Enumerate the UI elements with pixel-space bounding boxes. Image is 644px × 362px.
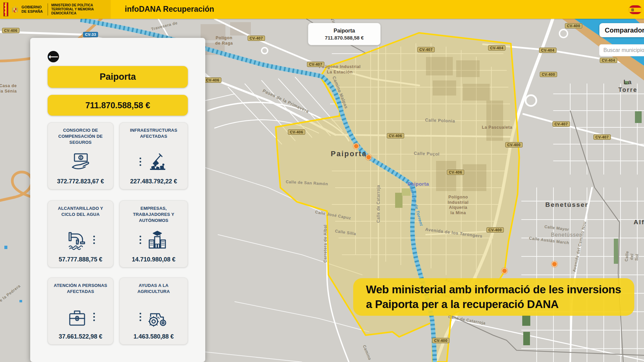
- card-value: 57.777.888,75 €: [59, 256, 102, 263]
- back-button[interactable]: ⟵: [48, 51, 59, 62]
- kebab-menu-icon[interactable]: [140, 313, 141, 321]
- total-amount: 711.870.588,58 €: [85, 101, 150, 110]
- kebab-menu-icon[interactable]: [93, 313, 95, 321]
- comparator-label: Comparador de: [605, 26, 644, 34]
- card-title: CONSORCIO DE COMPENSACIÓN DE SEGUROS: [51, 127, 110, 146]
- card-infraestructuras: INFRAESTRUCTURAS AFECTADAS 227.483.792,2: [119, 122, 188, 189]
- caption-line2: a Paiporta per a la recuperació DANA: [366, 297, 634, 312]
- card-value: 227.483.792,22 €: [130, 178, 177, 185]
- card-title: ATENCIÓN A PERSONAS AFECTADAS: [51, 283, 110, 301]
- card-ayudas-agricultura: AYUDAS A LA AGRICULTURA 1.463.580,88 €: [119, 278, 188, 345]
- kebab-menu-icon[interactable]: [140, 158, 141, 166]
- app-root: Polígon de RagaCasa de la Séniae la Pedr…: [0, 0, 644, 362]
- map-tooltip: Paiporta 711.870.588,58 €: [308, 23, 381, 45]
- card-title: EMPRESAS, TRABAJADORES Y AUTÓNOMOS: [122, 205, 185, 224]
- spain-flag-icon: [3, 2, 8, 16]
- map-marker[interactable]: [502, 268, 507, 274]
- card-value: 372.772.823,67 €: [57, 178, 104, 185]
- tooltip-title: Paiporta: [333, 28, 355, 34]
- map-marker[interactable]: [552, 261, 557, 267]
- tractor-icon: [147, 307, 168, 327]
- card-atencion-personas: ATENCIÓN A PERSONAS AFECTADAS 37.661.522…: [48, 278, 113, 345]
- sewer-pipe-icon: [66, 230, 88, 250]
- card-value: 1.463.580,88 €: [133, 333, 174, 340]
- card-title: AYUDAS A LA AGRICULTURA: [122, 283, 185, 301]
- municipality-search: [599, 44, 644, 56]
- language-flag-icon[interactable]: [629, 5, 642, 14]
- caption-banner: Web ministerial amb informació de les in…: [353, 278, 634, 316]
- municipality-name-button[interactable]: Paiporta: [48, 66, 188, 88]
- government-logo-block: GOBIERNO DE ESPAÑA MINISTERIO DE POLÍTIC…: [0, 0, 111, 19]
- municipality-panel: ⟵ Paiporta 711.870.588,58 € CONSORCIO DE…: [30, 38, 205, 362]
- search-input[interactable]: [599, 44, 644, 56]
- arrow-left-icon: ⟵: [49, 53, 58, 61]
- tooltip-value: 711.870.588,58 €: [325, 35, 364, 41]
- card-alcantarillado: ALCANTARILLADO Y CICLO DEL AGUA 57.777.8: [48, 200, 113, 267]
- total-amount-button[interactable]: 711.870.588,58 €: [48, 95, 188, 116]
- coat-of-arms-icon: [12, 2, 18, 17]
- company-building-icon: [147, 230, 168, 250]
- card-value: 37.661.522,98 €: [59, 333, 102, 340]
- card-title: INFRAESTRUCTURAS AFECTADAS: [122, 127, 185, 146]
- gobierno-label: GOBIERNO DE ESPAÑA: [21, 5, 44, 13]
- briefcase-icon: [66, 307, 88, 327]
- comparator-button[interactable]: Comparador de: [599, 23, 644, 37]
- municipality-name: Paiporta: [100, 72, 136, 82]
- kebab-menu-icon[interactable]: [140, 236, 141, 244]
- shovel-rubble-icon: [147, 152, 168, 172]
- money-hand-icon: [70, 152, 91, 172]
- app-header: GOBIERNO DE ESPAÑA MINISTERIO DE POLÍTIC…: [0, 0, 644, 19]
- card-value: 14.710.980,08 €: [132, 256, 175, 263]
- map-marker[interactable]: [354, 143, 359, 149]
- ministerio-label: MINISTERIO DE POLÍTICA TERRITORIAL Y MEM…: [48, 3, 111, 15]
- card-title: ALCANTARILLADO Y CICLO DEL AGUA: [51, 205, 110, 224]
- page-title: infoDANA Recuperación: [125, 5, 214, 14]
- map-marker[interactable]: [366, 155, 372, 160]
- card-empresas: EMPRESAS, TRABAJADORES Y AUTÓNOMOS 14.71: [119, 200, 188, 267]
- kebab-menu-icon[interactable]: [93, 236, 95, 244]
- caption-line1: Web ministerial amb informació de les in…: [366, 282, 634, 297]
- card-consorcio-seguros: CONSORCIO DE COMPENSACIÓN DE SEGUROS 372…: [48, 122, 113, 189]
